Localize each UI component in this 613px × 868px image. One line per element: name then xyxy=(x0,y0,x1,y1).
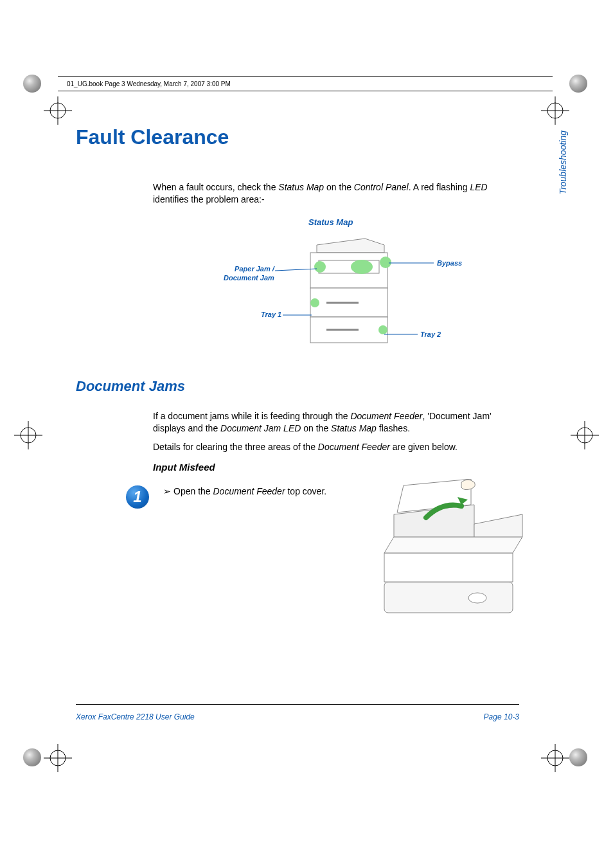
print-sphere-icon xyxy=(23,75,41,93)
bullet-arrow-icon: ➢ xyxy=(163,486,171,496)
status-map-title: Status Map xyxy=(308,217,353,227)
text: If a document jams while it is feeding t… xyxy=(153,411,350,421)
svg-rect-33 xyxy=(384,582,513,613)
text-italic: Document Feeder xyxy=(350,411,422,421)
footer-left: Xerox FaxCentre 2218 User Guide xyxy=(76,712,195,721)
text: identifies the problem area:- xyxy=(153,194,265,204)
registration-mark-icon xyxy=(14,421,42,449)
text: on the xyxy=(301,423,331,433)
svg-line-29 xyxy=(275,269,317,271)
printer-diagram-icon xyxy=(301,233,397,346)
printer-open-cover-illustration xyxy=(365,479,538,627)
section-title: Document Jams xyxy=(76,378,538,395)
text-italic: Document Jam LED xyxy=(220,423,301,433)
callout-paper-jam: Paper Jam /Document Jam xyxy=(224,264,274,283)
callout-tray1: Tray 1 xyxy=(261,310,281,319)
text-italic: Status Map xyxy=(331,423,377,433)
registration-mark-icon xyxy=(44,96,72,125)
svg-point-34 xyxy=(468,593,486,603)
text-italic: Document Feeder xyxy=(213,486,285,496)
print-sphere-icon xyxy=(569,75,587,93)
text: are given below. xyxy=(390,442,458,452)
svg-point-27 xyxy=(310,298,319,307)
text: flashes. xyxy=(377,423,410,433)
registration-mark-icon xyxy=(541,96,569,125)
text-italic: Control Panel xyxy=(354,182,409,192)
footer-rule xyxy=(76,704,519,705)
text: on the xyxy=(324,182,354,192)
print-sphere-icon xyxy=(569,748,587,766)
registration-mark-icon xyxy=(541,744,569,772)
print-sphere-icon xyxy=(23,748,41,766)
text: Open the xyxy=(173,486,213,496)
text: top cover. xyxy=(285,486,327,496)
page-title: Fault Clearance xyxy=(76,125,538,149)
text: When a fault occurs, check the xyxy=(153,182,278,192)
svg-point-25 xyxy=(351,260,373,274)
side-tab-label: Troubleshooting xyxy=(558,131,568,194)
step-text: ➢Open the Document Feeder top cover. xyxy=(163,485,330,498)
registration-mark-icon xyxy=(571,421,599,449)
status-map-figure: Status Map Paper Jam /Document Jam Tray … xyxy=(76,217,538,359)
header-stamp: 01_UG.book Page 3 Wednesday, March 7, 20… xyxy=(58,76,553,91)
text: . A red flashing xyxy=(409,182,470,192)
text-italic: LED xyxy=(470,182,487,192)
footer-right: Page 10-3 xyxy=(484,712,519,721)
paragraph: Details for clearing the three areas of … xyxy=(153,441,522,453)
step-number-badge: 1 xyxy=(126,485,149,509)
text-italic: Status Map xyxy=(278,182,324,192)
text: Details for clearing the three areas of … xyxy=(153,442,318,452)
paragraph: If a document jams while it is feeding t… xyxy=(153,410,522,435)
registration-mark-icon xyxy=(44,744,72,772)
callout-tray2: Tray 2 xyxy=(420,330,441,339)
intro-paragraph: When a fault occurs, check the Status Ma… xyxy=(153,181,519,206)
text-italic: Document Feeder xyxy=(318,442,390,452)
callout-bypass: Bypass xyxy=(437,258,462,267)
subsection-title: Input Misfeed xyxy=(153,462,538,473)
